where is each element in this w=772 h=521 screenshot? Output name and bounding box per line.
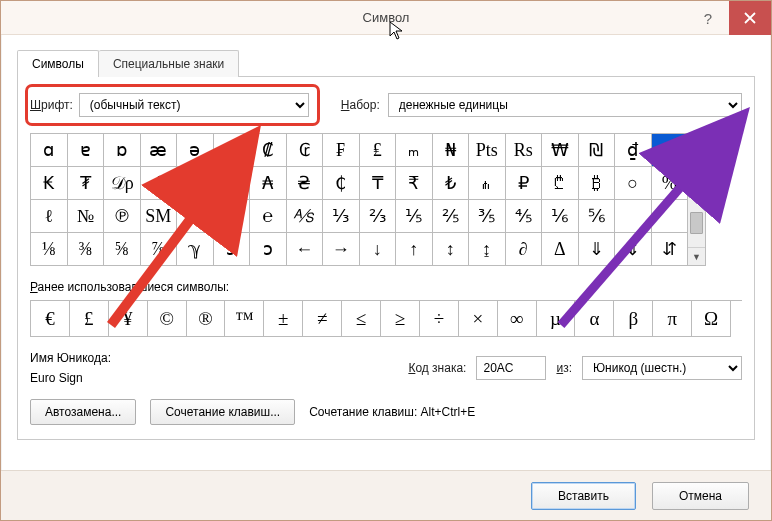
symbol-cell[interactable]: № xyxy=(68,200,105,233)
shortcut-key-button[interactable]: Сочетание клавиш... xyxy=(150,399,295,425)
scroll-thumb[interactable] xyxy=(690,212,703,234)
symbol-cell[interactable]: ₼ xyxy=(469,167,506,200)
recent-symbol-cell[interactable]: ™ xyxy=(225,301,264,337)
symbol-cell[interactable]: ₲ xyxy=(214,167,251,200)
symbol-cell[interactable]: ₘ xyxy=(396,134,433,167)
subset-combo[interactable]: денежные единицы xyxy=(388,93,742,117)
symbol-cell[interactable]: ₠ xyxy=(214,134,251,167)
symbol-cell[interactable]: € xyxy=(652,134,689,167)
symbol-cell[interactable]: ℗ xyxy=(104,200,141,233)
code-input[interactable] xyxy=(476,356,546,380)
symbol-cell[interactable]: ₮ xyxy=(68,167,105,200)
symbol-cell[interactable]: ₾ xyxy=(542,167,579,200)
symbol-cell[interactable]: ₺ xyxy=(433,167,470,200)
symbol-cell[interactable]: ↓ xyxy=(360,233,397,266)
symbol-cell[interactable]: ₽ xyxy=(177,167,214,200)
symbol-cell[interactable]: ↨ xyxy=(469,233,506,266)
symbol-cell[interactable]: Pts xyxy=(469,134,506,167)
symbol-cell[interactable]: ⅍ xyxy=(287,200,324,233)
symbol-cell[interactable]: ₩ xyxy=(542,134,579,167)
symbol-cell[interactable]: ӕ xyxy=(141,134,178,167)
symbol-cell[interactable]: ○ xyxy=(615,167,652,200)
symbol-cell[interactable]: ⅚ xyxy=(579,200,616,233)
symbol-cell[interactable]: ⅞ xyxy=(141,233,178,266)
recent-symbol-cell[interactable]: € xyxy=(31,301,70,337)
symbol-cell[interactable]: ⅜ xyxy=(68,233,105,266)
font-combo[interactable]: (обычный текст) xyxy=(79,93,309,117)
symbol-cell[interactable]: ↄ xyxy=(250,233,287,266)
recent-symbol-cell[interactable]: ∞ xyxy=(498,301,537,337)
recent-symbol-cell[interactable]: Ω xyxy=(692,301,731,337)
recent-symbol-cell[interactable]: ≥ xyxy=(381,301,420,337)
symbol-cell[interactable]: → xyxy=(323,233,360,266)
symbol-cell[interactable]: ⅝ xyxy=(104,233,141,266)
symbol-cell[interactable]: ₴ xyxy=(287,167,324,200)
symbol-cell[interactable]: ₸ xyxy=(360,167,397,200)
symbol-cell[interactable]: ⇓ xyxy=(579,233,616,266)
symbol-cell[interactable] xyxy=(652,200,689,233)
symbol-cell[interactable]: ⇵ xyxy=(652,233,689,266)
symbol-cell[interactable]: ℮ xyxy=(250,200,287,233)
recent-symbol-cell[interactable]: ± xyxy=(264,301,303,337)
symbol-cell[interactable]: ℓ xyxy=(31,200,68,233)
symbol-cell[interactable]: ⅕ xyxy=(396,200,433,233)
autocorrect-button[interactable]: Автозамена... xyxy=(30,399,136,425)
recent-symbol-cell[interactable]: α xyxy=(575,301,614,337)
symbol-cell[interactable]: ℽ xyxy=(177,233,214,266)
scroll-up-button[interactable]: ▲ xyxy=(688,134,705,152)
symbol-cell[interactable]: ə xyxy=(177,134,214,167)
symbol-cell[interactable]: ɒ xyxy=(104,134,141,167)
recent-symbol-cell[interactable]: ® xyxy=(187,301,226,337)
recent-symbol-cell[interactable]: ÷ xyxy=(420,301,459,337)
symbol-cell[interactable]: ₦ xyxy=(433,134,470,167)
symbol-cell[interactable]: ₪ xyxy=(579,134,616,167)
symbol-cell[interactable]: ⅖ xyxy=(433,200,470,233)
recent-symbol-cell[interactable]: £ xyxy=(70,301,109,337)
symbol-cell[interactable]: ₫ xyxy=(615,134,652,167)
symbol-cell[interactable]: Δ xyxy=(542,233,579,266)
symbol-cell[interactable]: ⅗ xyxy=(469,200,506,233)
scroll-down-button[interactable]: ▼ xyxy=(688,247,705,265)
symbol-cell[interactable]: ɐ xyxy=(68,134,105,167)
insert-button[interactable]: Вставить xyxy=(531,482,636,510)
symbol-cell[interactable]: ₢ xyxy=(287,134,324,167)
close-button[interactable] xyxy=(729,1,771,35)
recent-symbol-cell[interactable]: © xyxy=(148,301,187,337)
cancel-button[interactable]: Отмена xyxy=(652,482,749,510)
from-combo[interactable]: Юникод (шестн.) xyxy=(582,356,742,380)
symbol-cell[interactable]: ↕ xyxy=(433,233,470,266)
symbol-cell[interactable]: ₡ xyxy=(250,134,287,167)
symbol-cell[interactable]: Rs xyxy=(506,134,543,167)
symbol-cell[interactable]: ₿ xyxy=(579,167,616,200)
grid-scrollbar[interactable]: ▲ ▼ xyxy=(688,133,706,266)
symbol-cell[interactable]: ₵ xyxy=(323,167,360,200)
symbol-cell[interactable]: ₳ xyxy=(250,167,287,200)
tab-symbols[interactable]: Символы xyxy=(17,50,99,77)
recent-symbol-cell[interactable]: β xyxy=(614,301,653,337)
symbol-cell[interactable]: ↄ xyxy=(214,233,251,266)
symbol-cell[interactable]: ₰ xyxy=(141,167,178,200)
symbol-cell[interactable]: ₽ xyxy=(506,167,543,200)
symbol-cell[interactable]: ← xyxy=(287,233,324,266)
symbol-cell[interactable]: ↑ xyxy=(396,233,433,266)
recent-symbol-cell[interactable]: π xyxy=(653,301,692,337)
symbol-cell[interactable]: ɑ xyxy=(31,134,68,167)
symbol-cell[interactable] xyxy=(615,200,652,233)
symbol-cell[interactable]: ⅘ xyxy=(506,200,543,233)
symbol-cell[interactable]: Ω xyxy=(214,200,251,233)
scroll-track[interactable] xyxy=(688,152,705,247)
recent-symbol-cell[interactable]: ≠ xyxy=(303,301,342,337)
symbol-cell[interactable]: % xyxy=(652,167,689,200)
symbol-cell[interactable]: ⅛ xyxy=(31,233,68,266)
recent-symbol-cell[interactable]: ¥ xyxy=(109,301,148,337)
symbol-cell[interactable]: 𝒟ρ xyxy=(104,167,141,200)
symbol-cell[interactable]: ⅙ xyxy=(542,200,579,233)
symbol-cell[interactable]: ₤ xyxy=(360,134,397,167)
symbol-cell[interactable]: SM xyxy=(141,200,178,233)
symbol-cell[interactable]: ₹ xyxy=(396,167,433,200)
symbol-cell[interactable]: ₭ xyxy=(31,167,68,200)
recent-symbol-cell[interactable]: µ xyxy=(537,301,576,337)
symbol-cell[interactable]: ™ xyxy=(177,200,214,233)
tab-special-chars[interactable]: Специальные знаки xyxy=(99,50,239,77)
help-button[interactable]: ? xyxy=(687,1,729,35)
